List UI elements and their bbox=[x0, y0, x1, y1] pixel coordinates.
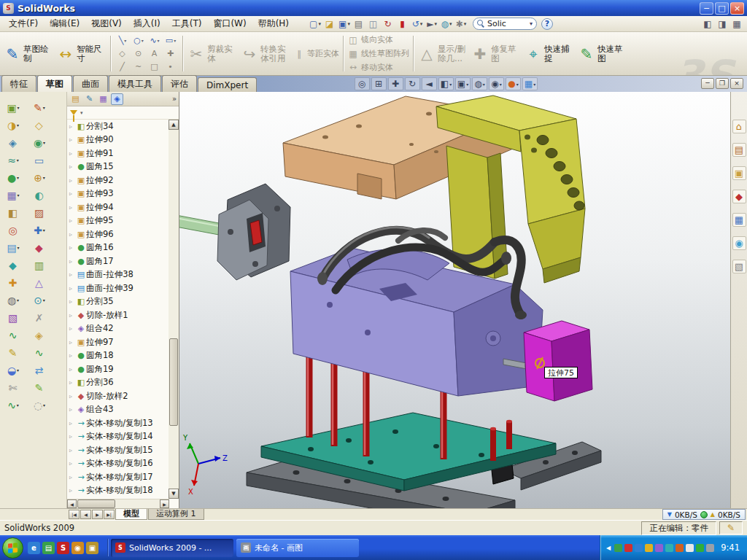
expand-panel-icon[interactable]: » bbox=[172, 95, 177, 103]
menu-item[interactable]: 插入(I) bbox=[128, 17, 166, 30]
toolbar-icon[interactable]: ▤ bbox=[352, 18, 366, 31]
graphics-viewport[interactable]: Y Z X 拉伸75 bbox=[179, 92, 730, 508]
feature-tree-item[interactable]: ▹ ▣ 拉伸94 bbox=[67, 201, 169, 214]
scroll-left-icon[interactable]: ◀ bbox=[67, 499, 77, 508]
feature-tree-item[interactable]: ▹ → 实体-移动/复制14 bbox=[67, 430, 169, 444]
feature-tree-item[interactable]: ▹ ▤ 曲面-拉伸39 bbox=[67, 281, 169, 295]
expander-icon[interactable]: ▹ bbox=[69, 420, 76, 427]
toolbar-icon[interactable]: ◍▾ bbox=[439, 18, 454, 31]
manager-tab-icon[interactable]: ✎ bbox=[83, 93, 96, 105]
view-tool-icon[interactable]: ⊞ bbox=[371, 77, 387, 90]
expander-icon[interactable]: ▹ bbox=[69, 177, 76, 184]
sketch-entity-icon[interactable]: □ bbox=[147, 61, 163, 74]
sketch-tool-button[interactable]: ◈ bbox=[28, 328, 50, 342]
doc-nav-icon[interactable]: ▶ bbox=[92, 510, 103, 519]
manager-tab-icon[interactable]: ◈ bbox=[111, 93, 123, 105]
feature-tool-button[interactable]: ◎ bbox=[2, 223, 24, 237]
ribbon-tab[interactable]: 草图 bbox=[37, 75, 72, 92]
menu-item[interactable]: 编辑(E) bbox=[44, 17, 85, 30]
command-button[interactable]: ↔ 智能尺寸 bbox=[55, 34, 108, 74]
search-input[interactable]: Solic bbox=[487, 19, 506, 28]
magenta-block-part[interactable] bbox=[524, 321, 592, 401]
ribbon-tab[interactable]: 模具工具 bbox=[109, 75, 161, 92]
sketch-tool-button[interactable]: ⇄ bbox=[28, 363, 50, 377]
quick-launch-icon[interactable]: ▤ bbox=[42, 542, 55, 554]
expander-icon[interactable]: ▹ bbox=[69, 460, 76, 467]
ribbon-tab[interactable]: 特征 bbox=[1, 75, 36, 92]
feature-tool-button[interactable]: ▤▾ bbox=[2, 241, 24, 254]
expander-icon[interactable]: ▹ bbox=[69, 433, 76, 440]
expander-icon[interactable]: ▹ bbox=[69, 379, 76, 386]
sketch-entity-icon[interactable]: ✚ bbox=[163, 47, 179, 61]
doc-nav-icon[interactable]: |◀ bbox=[69, 510, 80, 519]
expander-icon[interactable]: ▹ bbox=[69, 190, 76, 197]
doc-nav-icon[interactable]: ▶| bbox=[104, 510, 115, 519]
tray-icon[interactable] bbox=[624, 544, 632, 552]
tray-icon[interactable] bbox=[686, 544, 694, 552]
view-tool-icon[interactable]: ↻ bbox=[405, 77, 420, 90]
menu-item[interactable]: 工具(T) bbox=[166, 17, 208, 30]
scroll-thumb-h[interactable] bbox=[77, 499, 115, 508]
sketch-tool-button[interactable]: ⊕▾ bbox=[28, 171, 50, 184]
minimize-button[interactable]: ─ bbox=[700, 2, 713, 15]
sketch-entity-icon[interactable]: ▭▾ bbox=[163, 34, 179, 47]
feature-tool-button[interactable]: ✚ bbox=[2, 276, 24, 289]
pane-toggle-icon[interactable]: ◧ bbox=[700, 18, 715, 31]
feature-tree-item[interactable]: ▹ ◧ 分割36 bbox=[67, 376, 169, 390]
sketch-tool-button[interactable]: ◇ bbox=[28, 118, 50, 132]
manager-tab-icon[interactable]: ▦ bbox=[97, 93, 109, 105]
command-button[interactable]: ✎ 草图绘制 bbox=[1, 34, 55, 74]
expander-icon[interactable]: ▹ bbox=[69, 352, 76, 359]
menu-item[interactable]: 文件(F) bbox=[3, 17, 44, 30]
expander-icon[interactable]: ▹ bbox=[69, 366, 76, 373]
expander-icon[interactable]: ▹ bbox=[69, 285, 76, 292]
ribbon-tab[interactable]: DimXpert bbox=[198, 77, 257, 92]
model-canvas[interactable]: Y Z X bbox=[179, 92, 730, 508]
feature-tool-button[interactable]: ◍▾ bbox=[2, 293, 24, 307]
feature-tool-button[interactable]: ▦▾ bbox=[2, 188, 24, 202]
expander-icon[interactable]: ▹ bbox=[69, 204, 76, 211]
task-pane-tab-icon[interactable]: ▣ bbox=[732, 166, 746, 180]
expander-icon[interactable]: ▹ bbox=[69, 150, 76, 157]
tree-vertical-scrollbar[interactable]: ▲ ▼ bbox=[169, 120, 179, 499]
view-tool-icon[interactable]: ●▾ bbox=[506, 77, 521, 90]
expander-icon[interactable]: ▹ bbox=[69, 325, 76, 332]
sketch-entity-icon[interactable]: ╲▾ bbox=[115, 34, 131, 47]
sketch-entity-icon[interactable]: ~ bbox=[131, 61, 147, 74]
view-tool-icon[interactable]: ▦▾ bbox=[522, 77, 538, 90]
feature-tool-button[interactable]: ∿▾ bbox=[2, 398, 24, 412]
feature-tree-item[interactable]: ▹ → 实体-移动/复制15 bbox=[67, 443, 169, 457]
expander-icon[interactable]: ▹ bbox=[69, 447, 76, 454]
doc-tab[interactable]: 运动算例 1 bbox=[148, 509, 204, 520]
tray-chevron-icon[interactable]: ◀ bbox=[606, 545, 611, 551]
sketch-tool-button[interactable]: ▥ bbox=[28, 258, 50, 272]
command-button[interactable]: ✎ 快速草图 bbox=[576, 34, 629, 74]
feature-tool-button[interactable]: ✄ bbox=[2, 381, 24, 394]
doc-minimize-button[interactable]: ─ bbox=[701, 78, 714, 89]
doc-tab[interactable]: 模型 bbox=[115, 509, 147, 520]
tray-icon[interactable] bbox=[635, 544, 643, 552]
toolbar-icon[interactable]: ▣▾ bbox=[337, 18, 352, 31]
task-pane-tab-icon[interactable]: ▦ bbox=[732, 213, 746, 227]
feature-tree-item[interactable]: ▹ → 实体-移动/复制18 bbox=[67, 484, 169, 498]
feature-tool-button[interactable]: ▧ bbox=[2, 311, 24, 324]
tray-icon[interactable] bbox=[706, 544, 714, 552]
feature-tree-item[interactable]: ▹ ◈ 组合43 bbox=[67, 403, 169, 417]
feature-tree-item[interactable]: ▹ ● 圆角18 bbox=[67, 349, 169, 363]
tray-icon[interactable] bbox=[655, 544, 663, 552]
expander-icon[interactable]: ▹ bbox=[69, 474, 76, 481]
ribbon-tab[interactable]: 评估 bbox=[162, 75, 197, 92]
feature-tree-item[interactable]: ▹ ▣ 拉伸95 bbox=[67, 214, 169, 228]
sketch-entity-icon[interactable]: ○▾ bbox=[131, 34, 147, 47]
feature-tool-button[interactable]: ≈▾ bbox=[2, 153, 24, 167]
feature-tool-button[interactable]: ●▾ bbox=[2, 171, 24, 184]
search-box[interactable]: Solic ▾ bbox=[473, 18, 537, 30]
sketch-tool-button[interactable]: △ bbox=[28, 276, 50, 289]
feature-tree-item[interactable]: ▹ ▣ 拉伸93 bbox=[67, 187, 169, 201]
expander-icon[interactable]: ▹ bbox=[69, 163, 76, 170]
sketch-tool-button[interactable]: ◐ bbox=[28, 188, 50, 202]
expander-icon[interactable]: ▹ bbox=[69, 136, 76, 143]
command-button[interactable]: ✂ 剪裁实体 bbox=[185, 34, 239, 74]
view-tool-icon[interactable]: ◍▾ bbox=[472, 77, 487, 90]
filter-funnel-icon[interactable] bbox=[70, 110, 77, 115]
